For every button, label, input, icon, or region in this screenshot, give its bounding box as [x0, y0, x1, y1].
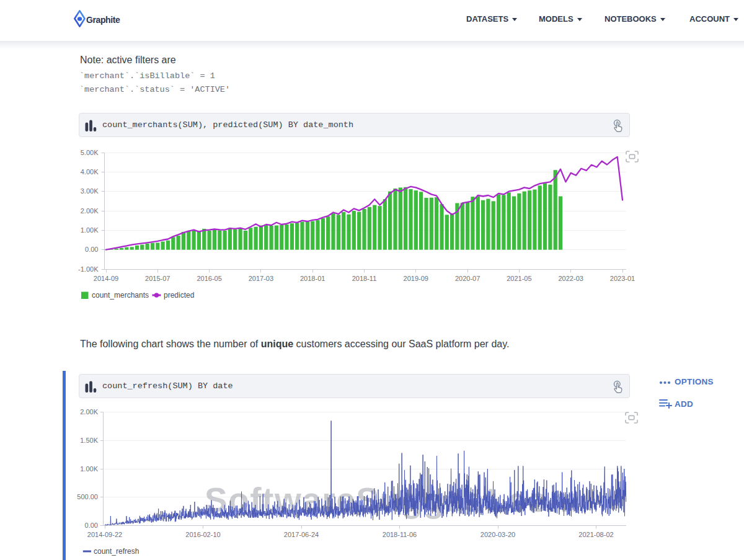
svg-text:2021-05: 2021-05	[507, 275, 531, 282]
svg-text:2016-05: 2016-05	[197, 275, 221, 282]
svg-text:predicted: predicted	[164, 291, 194, 300]
svg-text:4.00K: 4.00K	[81, 168, 99, 176]
svg-text:5.00K: 5.00K	[81, 149, 99, 156]
svg-text:2.00K: 2.00K	[81, 207, 99, 215]
svg-text:2021-08-02: 2021-08-02	[578, 531, 613, 538]
svg-text:1.00K: 1.00K	[80, 465, 98, 473]
svg-text:count_refresh: count_refresh	[94, 547, 139, 556]
svg-text:1.00K: 1.00K	[81, 226, 99, 234]
svg-text:2018-11: 2018-11	[352, 275, 377, 282]
svg-text:2015-07: 2015-07	[145, 275, 170, 282]
svg-text:2014-09: 2014-09	[94, 275, 118, 282]
svg-text:2017-03: 2017-03	[249, 275, 273, 282]
svg-text:1.50K: 1.50K	[80, 437, 98, 444]
svg-text:2022-03: 2022-03	[559, 275, 583, 282]
svg-text:2020-03-20: 2020-03-20	[480, 531, 515, 538]
svg-text:-1.00K: -1.00K	[78, 265, 99, 273]
svg-text:3.00K: 3.00K	[81, 187, 99, 195]
svg-text:2016-02-10: 2016-02-10	[185, 531, 220, 538]
svg-text:2019-09: 2019-09	[404, 275, 428, 282]
svg-text:2020-07: 2020-07	[455, 275, 480, 282]
svg-text:0.00: 0.00	[85, 246, 98, 253]
svg-text:2023-01: 2023-01	[610, 275, 635, 282]
svg-text:0.00: 0.00	[85, 522, 98, 529]
svg-text:2018-11-06: 2018-11-06	[383, 531, 417, 538]
svg-text:2018-01: 2018-01	[300, 275, 325, 282]
svg-text:2.00K: 2.00K	[80, 408, 98, 416]
svg-text:500.00: 500.00	[77, 493, 98, 500]
svg-text:2017-06-24: 2017-06-24	[284, 531, 319, 538]
svg-text:2014-09-22: 2014-09-22	[87, 531, 122, 538]
svg-text:count_merchants: count_merchants	[92, 291, 149, 300]
